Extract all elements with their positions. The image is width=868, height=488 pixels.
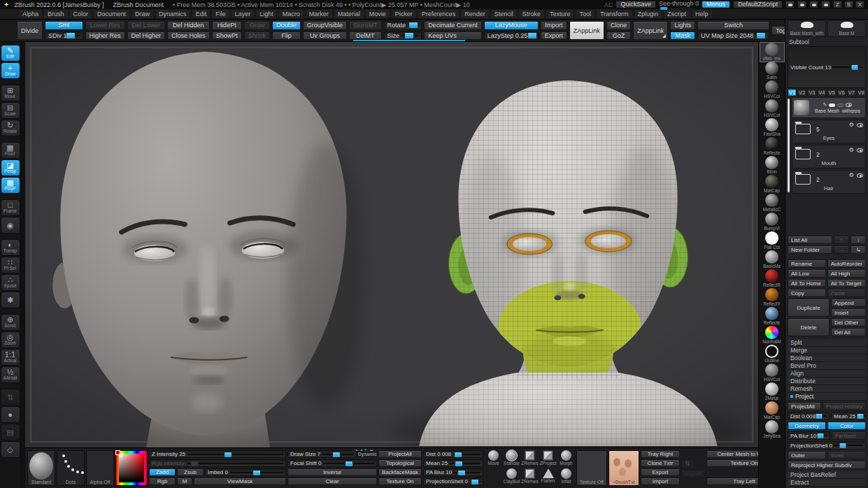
- duplicate-button[interactable]: Duplicate: [788, 299, 830, 317]
- insert-button[interactable]: Insert: [831, 308, 866, 317]
- color-toggle[interactable]: Color: [827, 422, 866, 430]
- imbed-slider[interactable]: Imbed 0: [205, 468, 286, 476]
- eye-icon[interactable]: [857, 123, 863, 127]
- material-swatch[interactable]: MatCap: [760, 401, 784, 420]
- quick-brush-button[interactable]: Flatten: [539, 468, 557, 486]
- visibility-tab[interactable]: V2: [797, 89, 806, 96]
- quick-brush-button[interactable]: Morph: [557, 450, 575, 468]
- grow-button[interactable]: Grow: [244, 21, 271, 30]
- gear-icon[interactable]: ⚙: [849, 172, 854, 178]
- material-swatch[interactable]: NormalM: [760, 326, 784, 345]
- mean-slider[interactable]: Mean 25: [423, 459, 483, 467]
- gear-icon[interactable]: ⚙: [849, 122, 854, 128]
- import-texture-button[interactable]: Import: [641, 478, 680, 485]
- delmt-button[interactable]: DelMT: [349, 31, 382, 41]
- zapplink-button-2[interactable]: ZAppLink: [633, 21, 668, 40]
- lower-res-button[interactable]: Lower Res: [85, 21, 125, 30]
- draw-size-slider[interactable]: Draw Size 7: [287, 450, 357, 458]
- window-button[interactable]: X: [855, 1, 865, 8]
- quick-brush-button[interactable]: ZRemes: [521, 468, 539, 486]
- del-hidden-button[interactable]: Del Hidden: [167, 21, 210, 30]
- toolbar-button[interactable]: ½ AAHalf: [1, 366, 20, 383]
- autoreorder-button[interactable]: AutoReorder: [827, 259, 866, 268]
- toolbar-button[interactable]: ◐ Transp: [1, 239, 20, 256]
- goz-button[interactable]: GoZ: [606, 31, 632, 41]
- material-swatch[interactable]: BasicMa: [760, 250, 784, 269]
- z-intensity-slider[interactable]: Z Intensity 25: [149, 450, 286, 458]
- material-swatch[interactable]: Reflecte: [760, 137, 784, 156]
- smt-toggle[interactable]: Smt: [45, 21, 83, 30]
- brush-flyout-icon[interactable]: [821, 1, 830, 8]
- hidept-button[interactable]: HidePt: [212, 21, 242, 30]
- default-zscript-button[interactable]: DefaultZScript: [733, 1, 783, 8]
- move-out-of-folder-button[interactable]: ↳: [851, 245, 866, 254]
- material-swatch[interactable]: HSVCol: [760, 364, 784, 382]
- menu-item[interactable]: Color: [69, 9, 93, 19]
- del-higher-button[interactable]: Del Higher: [127, 31, 166, 41]
- subtool-scrollbar[interactable]: [788, 99, 790, 192]
- quick-tool-thumbnail[interactable]: Base Mesh_with: [788, 20, 826, 37]
- export-texture-button[interactable]: Export: [641, 468, 680, 476]
- menu-item[interactable]: Marker: [305, 9, 333, 19]
- menu-item[interactable]: Tool: [575, 9, 595, 19]
- lights-button[interactable]: Lights: [670, 21, 695, 30]
- toolbar-button[interactable]: ⊕ Scroll: [1, 314, 20, 331]
- material-swatch[interactable]: MetalicC: [760, 194, 784, 213]
- material-swatch[interactable]: ZMetal: [760, 382, 784, 401]
- topological-toggle[interactable]: Topological: [378, 459, 422, 467]
- toolbar-button[interactable]: ▦ PolyF: [1, 177, 20, 194]
- menu-item[interactable]: Stroke: [518, 9, 545, 19]
- m-toggle[interactable]: M: [177, 478, 192, 485]
- toolbar-button[interactable]: ▤: [1, 424, 20, 440]
- menu-item[interactable]: Render: [460, 9, 490, 19]
- toolbar-button[interactable]: ◎ Zoom: [1, 331, 20, 348]
- toolbar-button[interactable]: ◇: [1, 441, 20, 458]
- project-section-header[interactable]: Project: [788, 393, 866, 401]
- extract-section[interactable]: Extract: [788, 479, 866, 487]
- double-toggle[interactable]: Double: [272, 21, 301, 30]
- all-to-home-button[interactable]: All To Home: [788, 279, 826, 287]
- paint-icon[interactable]: ✎: [823, 102, 827, 108]
- farthest-toggle[interactable]: Farthest: [832, 431, 866, 440]
- close-holes-button[interactable]: Close Holes: [167, 31, 210, 41]
- uv-map-size-slider[interactable]: UV Map Size 2048: [697, 31, 769, 41]
- menu-item[interactable]: Dynamics: [155, 9, 191, 19]
- material-swatch[interactable]: HSVCol: [760, 99, 784, 118]
- texture-on-toggle[interactable]: Texture On: [378, 478, 422, 485]
- projectall-button-panel[interactable]: ProjectAll: [788, 402, 821, 410]
- material-swatch[interactable]: Satin: [760, 62, 784, 80]
- backfacemask-toggle[interactable]: BackfaceMask: [378, 468, 422, 476]
- visible-count-slider[interactable]: Visible Count 13: [788, 46, 866, 88]
- export-button[interactable]: Export: [541, 31, 567, 41]
- panel-section-header[interactable]: Align: [788, 370, 866, 378]
- copy-button[interactable]: Copy: [788, 289, 826, 297]
- brush-flyout-icon[interactable]: [809, 1, 818, 8]
- uv-groups-button[interactable]: Uv Groups: [303, 31, 347, 41]
- focal-shift-slider[interactable]: Focal Shift 0: [287, 459, 377, 467]
- menu-item[interactable]: Document: [93, 9, 130, 19]
- switch-button[interactable]: Switch: [697, 21, 769, 30]
- eye-icon[interactable]: [846, 103, 852, 107]
- toolbar-button[interactable]: ∷ Pt Sel: [1, 257, 20, 273]
- delete-button[interactable]: Delete: [788, 318, 830, 336]
- toolbar-button[interactable]: ⊟ Scale: [1, 102, 20, 119]
- color-picker-cursor[interactable]: [120, 454, 122, 457]
- document-canvas[interactable]: [25, 42, 758, 447]
- material-swatch[interactable]: BumpVi: [760, 213, 784, 231]
- new-folder-button[interactable]: New Folder: [788, 245, 832, 254]
- visibility-tab[interactable]: V1: [788, 89, 797, 96]
- move-into-folder-button[interactable]: →: [834, 245, 849, 254]
- project-history-button[interactable]: Project History: [823, 402, 866, 410]
- export-disabled-button[interactable]: Export: [681, 470, 705, 478]
- subtool-folder-item[interactable]: 2 ⚙ Hair: [792, 170, 866, 194]
- append-button[interactable]: Append: [831, 299, 866, 307]
- window-button[interactable]: S: [844, 1, 853, 8]
- rename-button[interactable]: Rename: [788, 259, 826, 268]
- divide-button[interactable]: Divide: [17, 21, 43, 40]
- toolbar-button[interactable]: □ Frame: [1, 199, 20, 216]
- quick-brush-button[interactable]: ClayBuil: [503, 468, 520, 486]
- keep-uvs-toggle[interactable]: Keep UVs: [424, 31, 482, 41]
- decimate-current-button[interactable]: Decimate Current: [424, 21, 482, 30]
- toolbar-button[interactable]: ↻ Rotate: [1, 120, 20, 136]
- inverse-button[interactable]: Inverse: [287, 468, 377, 476]
